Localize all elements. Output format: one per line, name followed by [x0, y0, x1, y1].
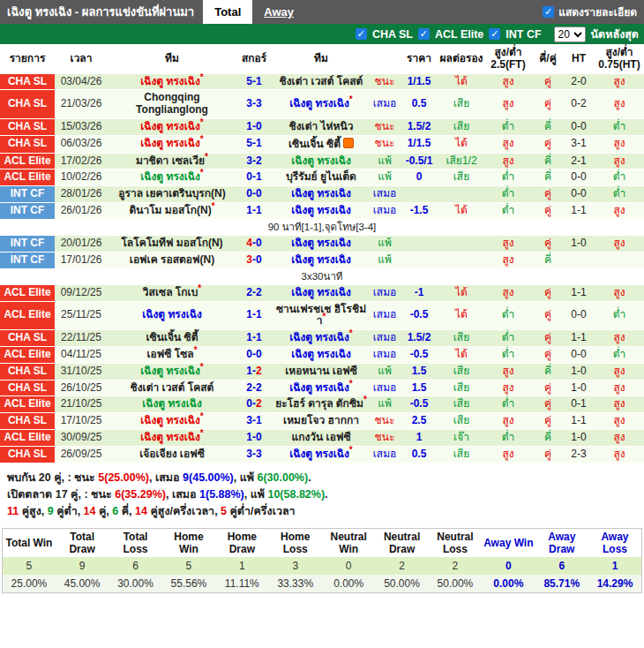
- team-name-link[interactable]: เฉิงตู ทรงเฉิง: [289, 381, 349, 394]
- team-name-link[interactable]: ชิงเต่า เวสต์ โคสต์: [280, 75, 363, 87]
- team-name-link[interactable]: บุรีรัมย์ ยูไนเต็ด: [286, 170, 356, 183]
- team-name-link[interactable]: เฉิงตู ทรงเฉิง: [140, 137, 200, 149]
- int-cf-label: INT CF: [505, 28, 541, 41]
- home-goals: 3: [246, 253, 252, 266]
- team-name-link[interactable]: เฉิงตู ทรงเฉิง: [291, 154, 351, 167]
- home-star-icon: *: [349, 379, 353, 388]
- team-name-link[interactable]: Chongqing Tonglianglong: [136, 91, 208, 116]
- team-name-link[interactable]: เซินเจิ้น ซิตี้: [288, 138, 341, 150]
- home-team-cell: เฉิงตู ทรงเฉิง*: [108, 74, 236, 90]
- away-team-cell: เฉิงตู ทรงเฉิง: [272, 284, 371, 301]
- halftime-score-cell: 1-1: [563, 413, 595, 430]
- team-name-link[interactable]: มาชิดา เซลเวีย: [136, 154, 205, 167]
- handicap-result-cell: ได้: [439, 346, 483, 363]
- date-cell: 17/01/26: [55, 252, 108, 268]
- team-name-link[interactable]: เฉิงตู ทรงเฉิง: [142, 397, 202, 410]
- team-name-link[interactable]: เฉิงตู ทรงเฉิง: [140, 414, 200, 426]
- home-team-cell: เอฟเค รอสตอฟ(N): [108, 252, 236, 268]
- handicap-odds-cell: [399, 186, 439, 203]
- tab-total[interactable]: Total: [203, 0, 252, 24]
- team-name-link[interactable]: เอฟเค รอสตอฟ(N): [130, 253, 214, 266]
- halftime-score-cell: 0-0: [563, 346, 595, 363]
- team-name-link[interactable]: ชิงเต่า เวสต์ โคสต์: [131, 381, 214, 394]
- team-name-link[interactable]: เฉิงตู ทรงเฉิง: [140, 170, 200, 183]
- over-under-ht-cell: สูง: [595, 413, 644, 430]
- away-goals: 3: [256, 97, 262, 109]
- over-under-ft-cell: ต่ำ: [483, 118, 533, 135]
- match-count-select[interactable]: 20: [554, 26, 586, 42]
- team-name-link[interactable]: เฉิงตู ทรงเฉิง: [289, 97, 349, 109]
- team-name-link[interactable]: เฉิงตู ทรงเฉิง: [291, 348, 351, 360]
- team-name-link[interactable]: ดินาโม มอสโก(N): [129, 204, 211, 216]
- team-name-link[interactable]: ซานเฟรชเช ฮิโรชิม่า: [276, 303, 366, 328]
- summary-segment: 14: [84, 505, 96, 517]
- handicap-odds-cell: -0.5: [399, 396, 439, 413]
- team-name-link[interactable]: เฉิงตู ทรงเฉิง: [291, 286, 351, 298]
- team-name-link[interactable]: เฉิงตู ทรงเฉิง: [140, 75, 200, 87]
- team-name-link[interactable]: เฉิงตู ทรงเฉิง: [291, 187, 351, 200]
- score-cell: 1-0: [236, 118, 272, 135]
- odd-even-cell: คู่: [533, 330, 563, 347]
- show-details-checkbox[interactable]: ✓: [543, 6, 554, 18]
- league-badge: ACL Elite: [0, 346, 55, 363]
- tab-away[interactable]: Away: [252, 0, 305, 24]
- over-under-ft-cell: ต่ำ: [483, 396, 533, 413]
- summary-segment: 9(45.00%): [183, 471, 234, 484]
- team-name-link[interactable]: เอฟซี โซล: [146, 348, 193, 360]
- odd-even-cell: คี่: [533, 363, 563, 380]
- over-under-ft-cell: ต่ำ: [483, 186, 533, 203]
- team-name-link[interactable]: เฉิงตู ทรงเฉิง: [140, 365, 200, 377]
- result-cell: ชนะ: [371, 429, 399, 446]
- team-name-link[interactable]: ชิงเต่า ไห่หนิว: [289, 120, 354, 132]
- team-name-link[interactable]: เซินเจิ้น ซิตี้: [146, 331, 198, 343]
- stats-percent: 0.00%: [322, 575, 375, 593]
- away-team-cell: เหอหนาน เอฟซี: [272, 363, 371, 380]
- match-row: CHA SL15/03/26เฉิงตู ทรงเฉิง*1-0ชิงเต่า …: [0, 118, 644, 135]
- team-name-link[interactable]: เฉิงตู ทรงเฉิง: [291, 253, 351, 266]
- over-under-ht-cell: สูง: [595, 330, 644, 347]
- over-under-ft-cell: ต่ำ: [483, 202, 533, 219]
- handicap-result-cell: เสีย: [439, 330, 483, 347]
- team-name-link[interactable]: เหอหนาน เอฟซี: [285, 365, 357, 377]
- handicap-odds-cell: 1.5: [399, 363, 439, 380]
- team-name-link[interactable]: โลโคโมทีฟ มอสโก(N): [121, 237, 222, 249]
- summary-line: พบกัน 20 คู่, : ชนะ 5(25.00%), เสมอ 9(45…: [7, 470, 644, 486]
- halftime-score-cell: 0-0: [563, 186, 595, 203]
- team-name-link[interactable]: เฉิงตู ทรงเฉิง: [142, 308, 202, 320]
- handicap-odds-cell: 1.5/2: [399, 118, 439, 135]
- summary-segment: 6(30.00%): [257, 471, 308, 484]
- int-cf-checkbox[interactable]: ✓: [489, 28, 500, 40]
- team-name-link[interactable]: แกงวัน เอฟซี: [291, 431, 350, 443]
- team-name-link[interactable]: อูราล เยคาเตรินบุรก(N): [118, 187, 226, 200]
- home-star-icon: *: [205, 152, 208, 162]
- stats-value: 2: [429, 557, 482, 575]
- over-under-ft-cell: สูง: [483, 90, 533, 119]
- team-name-link[interactable]: เฉิงตู ทรงเฉิง: [140, 120, 200, 132]
- summary-segment: พบกัน 20 คู่, : ชนะ: [7, 471, 98, 484]
- team-name-link[interactable]: เจ้อเจียง เอฟซี: [139, 448, 205, 460]
- away-team-cell: ชิงเต่า เวสต์ โคสต์: [272, 74, 371, 90]
- team-name-link[interactable]: ยะโฮร์ ดารุล ตักซิม: [275, 397, 363, 410]
- stats-header: Neutral Loss: [429, 528, 482, 557]
- team-name-link[interactable]: เฉิงตู ทรงเฉิง: [291, 204, 351, 216]
- over-under-ft-cell: สูง: [483, 252, 533, 268]
- handicap-odds-cell: 1/1.5: [399, 135, 439, 153]
- team-name-link[interactable]: เฉิงตู ทรงเฉิง: [291, 237, 351, 249]
- league-badge: CHA SL: [0, 363, 55, 380]
- date-cell: 04/11/25: [55, 346, 108, 363]
- summary-segment: 6(35.29%): [115, 488, 166, 501]
- cha-sl-checkbox[interactable]: ✓: [356, 28, 367, 40]
- handicap-odds-cell: 1.5: [399, 380, 439, 396]
- team-name-link[interactable]: เฉิงตู ทรงเฉิง: [140, 431, 200, 443]
- team-name-link[interactable]: เฉิงตู ทรงเฉิง: [289, 448, 349, 460]
- team-name-link[interactable]: เฉิงตู ทรงเฉิง: [289, 331, 349, 343]
- home-team-cell: วิสเซล โกเบ*: [108, 284, 236, 301]
- over-under-ht-cell: ต่ำ: [595, 186, 644, 203]
- score-cell: 3-1: [236, 413, 272, 430]
- team-name-link[interactable]: วิสเซล โกเบ: [143, 286, 198, 298]
- acl-elite-checkbox[interactable]: ✓: [418, 28, 430, 40]
- team-name-link[interactable]: เหมยโจว ฮากกา: [283, 414, 359, 426]
- home-team-cell: มาชิดา เซลเวีย*: [108, 153, 236, 170]
- odd-even-cell: คู่: [533, 346, 563, 363]
- home-goals: 4: [246, 237, 252, 249]
